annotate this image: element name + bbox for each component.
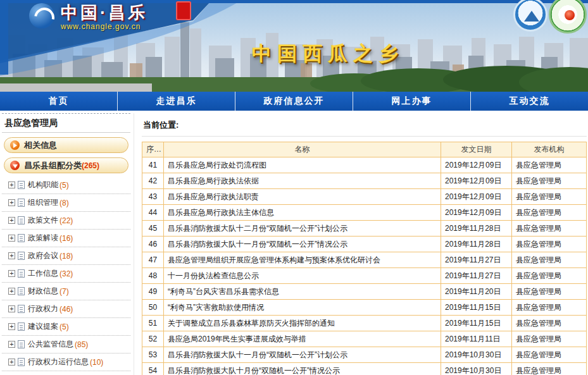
tree-item[interactable]: + 机构职能 (5)	[2, 176, 130, 194]
document-title-link[interactable]: “利奇马”台风灾害昌乐县需求信息	[164, 284, 441, 300]
tree-item-label: 公共监管信息	[28, 339, 73, 350]
site-logo-title: 中国·昌乐	[61, 3, 147, 22]
site-banner: 中国·昌乐 www.changle.gov.cn 中国西瓜之乡	[0, 0, 588, 92]
publish-org: 县应急管理局	[512, 252, 587, 268]
document-icon	[18, 216, 25, 224]
table-row: 49 “利奇马”台风灾害昌乐县需求信息 2019年11月20日 县应急管理局	[142, 284, 587, 300]
expand-icon[interactable]: +	[8, 341, 15, 348]
table-row: 54 昌乐县消防救援大队十月份“双随机一公开”情况公示 2019年10月30日 …	[142, 363, 587, 375]
document-title-link[interactable]: 十一月份执法检查信息公示	[164, 268, 441, 284]
table-row: 52 县应急局2019年民生实事进展成效与举措 2019年11月11日 县应急管…	[142, 331, 587, 347]
document-title-link[interactable]: 昌乐县消防救援大队十二月份“双随机一公开”计划公示	[164, 221, 441, 237]
publish-org: 县应急管理局	[512, 221, 587, 237]
table-header-row: 序号 名称 发文日期 发布机构	[142, 142, 587, 157]
table-row: 43 昌乐县应急局行政执法职责 2019年12月09日 县应急管理局	[142, 189, 587, 205]
logo-icon	[29, 3, 54, 28]
nav-item[interactable]: 网上办事	[353, 92, 470, 111]
document-title-link[interactable]: 昌乐县消防救援大队十月份“双随机一公开”情况公示	[164, 363, 441, 375]
tree-item[interactable]: + 政策解读 (16)	[2, 230, 130, 247]
document-title-link[interactable]: 昌乐县应急局行政执法主体信息	[164, 205, 441, 221]
tree-item-label: 机构职能	[28, 180, 58, 190]
table-row: 47 县应急管理局组织开展应急管理体系构建与预案体系优化研讨会 2019年11月…	[142, 252, 587, 268]
publish-org: 县应急管理局	[512, 157, 587, 173]
publish-date: 2019年10月30日	[441, 363, 512, 375]
tree-item-label: 组织管理	[28, 197, 58, 208]
table-header-cell: 发布机构	[512, 142, 587, 157]
tree-item-label: 政府会议	[28, 250, 58, 261]
document-title-link[interactable]: 昌乐县消防救援大队十一月份“双随机一公开”计划公示	[164, 347, 441, 363]
document-title-link[interactable]: 县应急管理局组织开展应急管理体系构建与预案体系优化研讨会	[164, 252, 441, 268]
tree-item-count: (5)	[59, 181, 69, 190]
tree-item-label: 行政权力	[28, 304, 58, 314]
document-title-link[interactable]: 昌乐县应急局行政执法依据	[164, 173, 441, 189]
expand-icon[interactable]: +	[8, 217, 15, 224]
tree-item-count: (16)	[59, 234, 73, 243]
document-title-link[interactable]: 关于调整成立昌乐县森林草原防灭火指挥部的通知	[164, 316, 441, 331]
table-row: 48 十一月份执法检查信息公示 2019年11月27日 县应急管理局	[142, 268, 587, 284]
table-row: 44 昌乐县应急局行政执法主体信息 2019年12月09日 县应急管理局	[142, 205, 587, 221]
tree-item[interactable]: + 社会公益事业建设领域	[2, 371, 130, 375]
publish-date: 2019年12月09日	[441, 173, 512, 189]
publish-date: 2019年12月09日	[441, 189, 512, 205]
publish-date: 2019年11月15日	[441, 300, 512, 316]
tree-item[interactable]: + 组织管理 (8)	[2, 194, 130, 212]
publish-org: 县应急管理局	[512, 363, 587, 375]
tree-item[interactable]: + 建议提案 (5)	[2, 318, 130, 336]
expand-icon[interactable]: +	[8, 181, 15, 188]
sidebar: 县应急管理局 相关信息 昌乐县组配分类(265) + 机构职能 (5) +	[0, 113, 134, 375]
expand-icon[interactable]: +	[8, 270, 15, 277]
publish-date: 2019年12月09日	[441, 205, 512, 221]
tree-item-count: (7)	[59, 287, 69, 296]
document-icon	[18, 287, 25, 295]
nav-item[interactable]: 走进昌乐	[117, 92, 235, 111]
document-icon	[18, 234, 25, 242]
related-info-button[interactable]: 相关信息	[4, 137, 128, 153]
row-number: 45	[142, 221, 164, 237]
category-label: 昌乐县组配分类	[24, 160, 82, 171]
tree-item[interactable]: + 财政信息 (7)	[2, 283, 130, 300]
tree-item[interactable]: + 政府会议 (18)	[2, 247, 130, 265]
expand-icon[interactable]: +	[8, 305, 15, 312]
expand-icon[interactable]: +	[8, 323, 15, 330]
document-title-link[interactable]: 昌乐县应急局行政处罚流程图	[164, 157, 441, 173]
nav-item[interactable]: 政府信息公开	[235, 92, 353, 111]
table-row: 46 昌乐县消防救援大队十一月份“双随机一公开”情况公示 2019年11月28日…	[142, 237, 587, 252]
expand-icon[interactable]: +	[8, 359, 15, 366]
row-number: 44	[142, 205, 164, 221]
publish-date: 2019年11月11日	[441, 331, 512, 347]
page: { "banner": { "title": "中国·昌乐", "url": "…	[0, 0, 588, 375]
tree-item[interactable]: + 政策文件 (22)	[2, 212, 130, 230]
row-number: 51	[142, 316, 164, 331]
table-header-cell: 名称	[164, 142, 441, 157]
row-number: 43	[142, 189, 164, 205]
tree-item-count: (32)	[59, 269, 73, 278]
nav-item[interactable]: 互动交流	[470, 92, 588, 111]
seal-icon	[176, 1, 191, 20]
category-tree: + 机构职能 (5) + 组织管理 (8) + 政策文件 (22)	[2, 176, 130, 375]
expand-icon[interactable]: +	[8, 235, 15, 242]
tree-item[interactable]: + 行政权力运行信息 (10)	[2, 353, 130, 371]
arrow-right-icon	[10, 140, 20, 150]
document-icon	[18, 305, 25, 313]
table-row: 45 昌乐县消防救援大队十二月份“双随机一公开”计划公示 2019年11月28日…	[142, 221, 587, 237]
row-number: 48	[142, 268, 164, 284]
nav-item[interactable]: 首页	[0, 92, 117, 111]
document-title-link[interactable]: 昌乐县消防救援大队十一月份“双随机一公开”情况公示	[164, 237, 441, 252]
site-logo[interactable]: 中国·昌乐 www.changle.gov.cn	[29, 3, 147, 31]
tree-item[interactable]: + 工作信息 (32)	[2, 265, 130, 283]
site-url: www.changle.gov.cn	[61, 22, 147, 31]
publish-org: 县应急管理局	[512, 205, 587, 221]
tree-item-count: (85)	[75, 340, 88, 349]
document-title-link[interactable]: 昌乐县应急局行政执法职责	[164, 189, 441, 205]
tree-item-count: (18)	[59, 252, 73, 261]
tree-item[interactable]: + 行政权力 (46)	[2, 300, 130, 318]
category-button[interactable]: 昌乐县组配分类(265)	[4, 157, 128, 173]
expand-icon[interactable]: +	[8, 252, 15, 259]
document-title-link[interactable]: “利奇马”灾害救助款使用情况	[164, 300, 441, 316]
expand-icon[interactable]: +	[8, 199, 15, 206]
document-title-link[interactable]: 县应急局2019年民生实事进展成效与举措	[164, 331, 441, 347]
tree-item[interactable]: + 公共监管信息 (85)	[2, 336, 130, 353]
tree-item-count: (10)	[90, 358, 103, 367]
expand-icon[interactable]: +	[8, 288, 15, 295]
publish-org: 县应急管理局	[512, 300, 587, 316]
